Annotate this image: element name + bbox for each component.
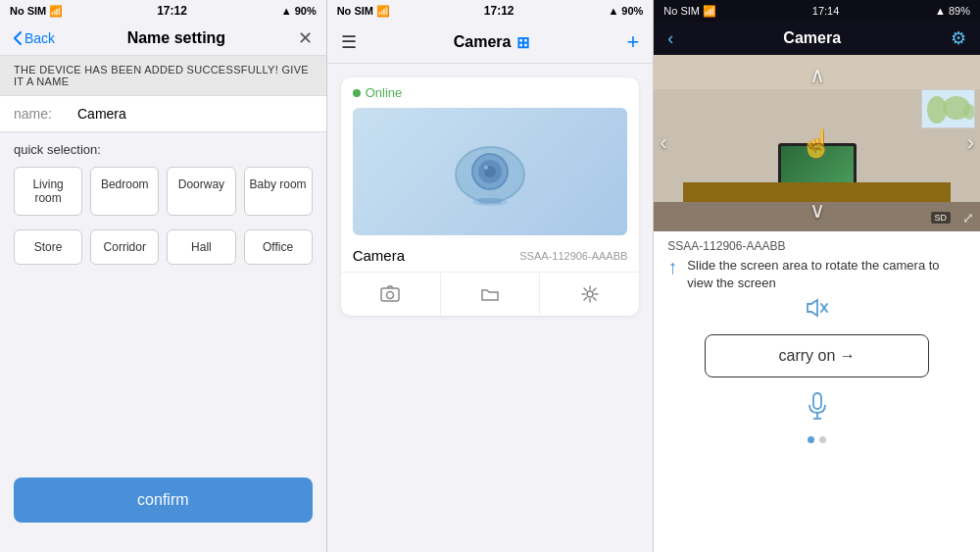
status-bar-panel2: No SIM 📶 17:12 ▲ 90% <box>327 0 654 22</box>
name-row: name: Camera <box>0 95 326 132</box>
back-button[interactable]: Back <box>14 30 55 46</box>
quick-grid-row1: Living room Bedroom Doorway Baby room <box>0 163 326 229</box>
panel-name-setting: No SIM 📶 17:12 ▲ 90% Back Name setting ✕… <box>0 0 327 552</box>
panel3-info-block: SSAA-112906-AAABB ↑ Slide the screen are… <box>654 231 980 552</box>
close-button[interactable]: ✕ <box>298 27 313 49</box>
online-label: Online <box>366 85 403 100</box>
status-bar-panel1: No SIM 📶 17:12 ▲ 90% <box>0 0 326 22</box>
status-bar-panel3: No SIM 📶 17:14 ▲ 89% <box>654 0 980 22</box>
status-right-p1: ▲ 90% <box>281 5 317 17</box>
status-right-p3: ▲ 89% <box>935 5 970 17</box>
quick-btn-store[interactable]: Store <box>14 229 82 265</box>
panel2-title-text: Camera <box>454 33 512 51</box>
quick-btn-office[interactable]: Office <box>244 229 313 265</box>
slide-instruction: Slide the screen area to rotate the came… <box>687 257 966 292</box>
fullscreen-button[interactable]: ⤢ <box>962 210 974 226</box>
device-added-banner: THE DEVICE HAS BEEN ADDED SUCCESSFULLY! … <box>0 56 326 95</box>
status-time-p3: 17:14 <box>812 5 840 17</box>
mic-icon <box>806 391 829 421</box>
panel-camera-list: No SIM 📶 17:12 ▲ 90% ☰ Camera ⊞ + Online <box>327 0 655 552</box>
status-left-p1: No SIM 📶 <box>10 5 63 18</box>
action-folder-btn[interactable] <box>441 273 541 316</box>
camera-preview <box>353 108 628 235</box>
dots-row <box>667 436 966 451</box>
status-right-p2: ▲ 90% <box>608 5 643 17</box>
quick-btn-bedroom[interactable]: Bedroom <box>90 167 159 216</box>
panel3-settings-button[interactable]: ⚙ <box>951 27 966 49</box>
svg-point-9 <box>587 291 593 297</box>
camera-card-id: SSAA-112906-AAABB <box>519 250 627 262</box>
camera-left-arrow[interactable]: ‹ <box>660 130 666 156</box>
panel-camera-view: No SIM 📶 17:14 ▲ 89% ‹ Camera ⚙ <box>654 0 980 552</box>
mute-icon-area <box>667 296 966 325</box>
hamburger-menu-icon[interactable]: ☰ <box>341 31 357 53</box>
panel3-nav-title: Camera <box>783 29 841 47</box>
list-view-icon[interactable]: ⊞ <box>516 33 529 52</box>
quick-btn-doorway[interactable]: Doorway <box>167 167 235 216</box>
camera-down-arrow[interactable]: ∨ <box>809 198 825 224</box>
camera-card-top: Online <box>341 77 640 104</box>
camera-viewport: ∧ ∨ ‹ › ☝ SD ⤢ <box>654 55 980 231</box>
settings-icon <box>580 284 600 304</box>
carry-on-button[interactable]: carry on → <box>705 334 929 377</box>
status-left-p2: No SIM 📶 <box>337 5 390 18</box>
camera-card-name: Camera <box>353 247 405 264</box>
status-left-p3: No SIM 📶 <box>663 5 716 18</box>
svg-point-13 <box>963 104 975 120</box>
quick-btn-hall[interactable]: Hall <box>167 229 235 265</box>
up-arrow-row: ↑ Slide the screen area to rotate the ca… <box>667 257 966 292</box>
confirm-btn-wrap: confirm <box>14 477 313 523</box>
photo-icon <box>380 284 400 304</box>
status-time-p2: 17:12 <box>484 4 514 18</box>
svg-rect-16 <box>813 393 821 409</box>
camera-up-arrow[interactable]: ∧ <box>809 63 825 88</box>
back-label: Back <box>24 30 55 46</box>
quick-btn-corridor[interactable]: Corridor <box>90 229 159 265</box>
nav-bar-p1: Back Name setting ✕ <box>0 22 326 56</box>
action-photo-btn[interactable] <box>341 273 441 316</box>
name-value: Camera <box>77 106 126 122</box>
map-svg <box>922 90 975 128</box>
panel3-nav: ‹ Camera ⚙ <box>654 22 980 55</box>
panel2-title-group: Camera ⊞ <box>454 33 530 52</box>
mic-icon-area <box>667 391 966 427</box>
svg-point-6 <box>472 198 508 206</box>
svg-point-8 <box>387 292 394 299</box>
panel3-back-button[interactable]: ‹ <box>667 28 673 49</box>
quick-btn-living-room[interactable]: Living room <box>14 167 82 216</box>
online-badge: Online <box>353 85 628 100</box>
sd-badge: SD <box>931 212 952 224</box>
panel2-header: ☰ Camera ⊞ + <box>327 22 654 64</box>
nav-title-p1: Name setting <box>127 29 225 47</box>
action-settings-btn[interactable] <box>540 273 639 316</box>
panel3-device-id: SSAA-112906-AAABB <box>667 239 966 253</box>
name-label: name: <box>14 106 58 122</box>
svg-point-4 <box>484 166 488 170</box>
dot-active <box>808 436 814 443</box>
back-chevron-icon <box>14 31 22 45</box>
mute-icon <box>804 296 831 320</box>
camera-card-actions <box>341 272 640 316</box>
world-map-decoration <box>921 89 975 128</box>
folder-icon <box>480 284 500 304</box>
camera-right-arrow[interactable]: › <box>967 130 974 156</box>
quick-grid-row2: Store Corridor Hall Office <box>0 229 326 265</box>
up-arrow-blue: ↑ <box>667 257 677 276</box>
confirm-button[interactable]: confirm <box>14 477 313 523</box>
status-time-p1: 17:12 <box>157 4 187 18</box>
camera-card[interactable]: Online Camera SSAA-112906-AAABB <box>341 77 640 316</box>
online-dot <box>353 89 361 97</box>
quick-btn-baby-room[interactable]: Baby room <box>244 167 313 216</box>
dot-inactive <box>819 436 826 443</box>
camera-preview-icon <box>451 137 529 206</box>
add-camera-button[interactable]: + <box>626 29 639 55</box>
monitor-screen <box>781 146 854 184</box>
camera-card-info: Camera SSAA-112906-AAABB <box>341 239 640 272</box>
quick-selection-label: quick selection: <box>0 132 326 163</box>
